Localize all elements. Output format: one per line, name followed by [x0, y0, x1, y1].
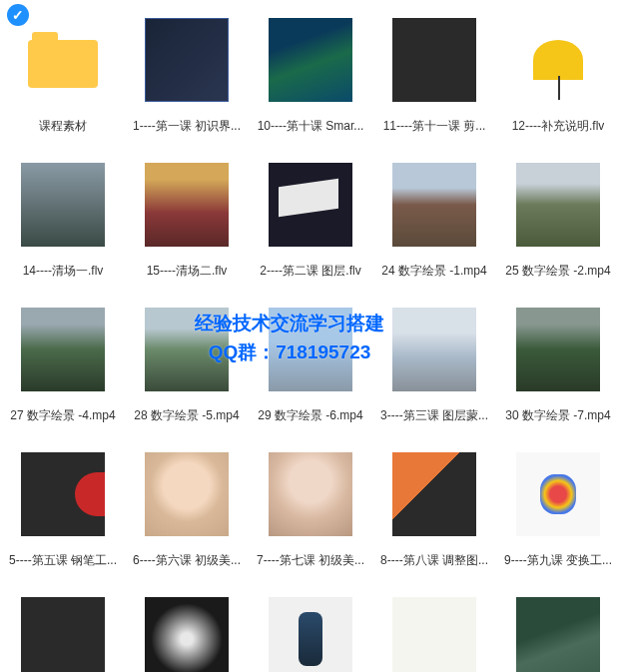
file-item[interactable]: 5----第五课 钢笔工... — [8, 444, 118, 569]
folder-icon — [28, 32, 98, 88]
video-thumbnail — [145, 597, 229, 672]
thumbnail — [261, 155, 360, 255]
file-item[interactable]: 课时18 调整边缘... — [132, 589, 242, 672]
file-item[interactable]: 10----第十课 Smar... — [256, 10, 365, 135]
video-thumbnail — [21, 597, 105, 672]
file-label: 30 数字绘景 -7.mp4 — [505, 407, 610, 424]
file-item[interactable]: 11----第十一课 剪... — [379, 10, 489, 135]
file-item[interactable]: 8----第八课 调整图... — [379, 444, 489, 569]
file-item[interactable]: 课时19我们爱机械... — [256, 589, 365, 672]
video-thumbnail — [145, 163, 229, 247]
video-thumbnail — [392, 18, 476, 102]
thumbnail — [508, 444, 608, 544]
file-label: 28 数字绘景 -5.mp4 — [134, 407, 239, 424]
video-thumbnail — [21, 163, 105, 247]
thumbnail — [137, 300, 237, 399]
file-item[interactable]: 14----清场一.flv — [8, 155, 118, 280]
video-thumbnail — [392, 597, 476, 672]
file-label: 29 数字绘景 -6.mp4 — [258, 407, 362, 424]
file-item[interactable]: 12----补充说明.flv — [503, 10, 613, 135]
thumbnail — [261, 300, 360, 399]
file-label: 10----第十课 Smar... — [258, 118, 364, 135]
file-label: 14----清场一.flv — [23, 263, 104, 280]
file-item[interactable]: 2----第二课 图层.flv — [256, 155, 365, 280]
thumbnail — [13, 444, 113, 544]
video-thumbnail — [269, 163, 352, 247]
thumbnail — [13, 589, 113, 672]
thumbnail — [384, 155, 484, 255]
video-thumbnail — [516, 597, 600, 672]
file-label: 课程素材 — [39, 118, 87, 135]
thumbnail — [261, 444, 360, 544]
file-item[interactable]: 6----第六课 初级美... — [132, 444, 242, 569]
thumbnail — [384, 589, 484, 672]
file-label: 9----第九课 变换工... — [504, 552, 612, 569]
video-thumbnail — [516, 452, 600, 536]
selected-check-icon: ✓ — [7, 4, 29, 26]
file-label: 7----第七课 初级美... — [257, 552, 364, 569]
video-thumbnail — [392, 308, 476, 391]
file-item[interactable]: 课时21 Matte Pai... — [503, 589, 613, 672]
file-label: 1----第一课 初识界... — [133, 118, 241, 135]
video-thumbnail — [516, 18, 600, 102]
file-label: 3----第三课 图层蒙... — [380, 407, 488, 424]
file-item[interactable]: 课时17 形状工具... — [8, 589, 118, 672]
file-label: 25 数字绘景 -2.mp4 — [505, 263, 610, 280]
file-label: 24 数字绘景 -1.mp4 — [381, 263, 486, 280]
video-thumbnail — [516, 308, 600, 391]
thumbnail — [384, 444, 484, 544]
file-item[interactable]: 3----第三课 图层蒙... — [379, 300, 489, 424]
video-thumbnail — [145, 18, 229, 102]
file-item[interactable]: 15----清场二.flv — [132, 155, 242, 280]
file-item[interactable]: 课时20 Matte Pai... — [379, 589, 489, 672]
folder-item[interactable]: ✓课程素材 — [8, 10, 118, 135]
file-label: 11----第十一课 剪... — [383, 118, 486, 135]
video-thumbnail — [269, 452, 352, 536]
thumbnail — [261, 10, 360, 110]
thumbnail — [137, 444, 237, 544]
thumbnail — [13, 300, 113, 399]
thumbnail — [508, 10, 608, 110]
video-thumbnail — [269, 18, 352, 102]
thumbnail — [384, 300, 484, 399]
thumbnail — [508, 589, 608, 672]
video-thumbnail — [516, 163, 600, 247]
thumbnail — [508, 155, 608, 255]
file-item[interactable]: 30 数字绘景 -7.mp4 — [503, 300, 613, 424]
thumbnail — [137, 10, 237, 110]
file-label: 6----第六课 初级美... — [133, 552, 241, 569]
file-label: 2----第二课 图层.flv — [260, 263, 360, 280]
file-grid: ✓课程素材1----第一课 初识界...10----第十课 Smar...11-… — [0, 0, 621, 672]
file-item[interactable]: 24 数字绘景 -1.mp4 — [379, 155, 489, 280]
video-thumbnail — [21, 308, 105, 391]
thumbnail — [261, 589, 360, 672]
file-item[interactable]: 1----第一课 初识界... — [132, 10, 242, 135]
video-thumbnail — [392, 163, 476, 247]
thumbnail — [508, 300, 608, 399]
file-item[interactable]: 25 数字绘景 -2.mp4 — [503, 155, 613, 280]
file-item[interactable]: 29 数字绘景 -6.mp4 — [256, 300, 365, 424]
thumbnail — [137, 589, 237, 672]
file-label: 5----第五课 钢笔工... — [9, 552, 117, 569]
video-thumbnail — [269, 597, 352, 672]
thumbnail: ✓ — [13, 10, 113, 110]
file-item[interactable]: 28 数字绘景 -5.mp4 — [132, 300, 242, 424]
thumbnail — [384, 10, 484, 110]
thumbnail — [13, 155, 113, 255]
video-thumbnail — [145, 308, 229, 391]
file-item[interactable]: 9----第九课 变换工... — [503, 444, 613, 569]
file-label: 8----第八课 调整图... — [380, 552, 488, 569]
file-label: 12----补充说明.flv — [512, 118, 605, 135]
file-item[interactable]: 7----第七课 初级美... — [256, 444, 365, 569]
video-thumbnail — [392, 452, 476, 536]
file-label: 15----清场二.flv — [147, 263, 228, 280]
video-thumbnail — [21, 452, 105, 536]
file-label: 27 数字绘景 -4.mp4 — [10, 407, 115, 424]
file-item[interactable]: 27 数字绘景 -4.mp4 — [8, 300, 118, 424]
video-thumbnail — [145, 452, 229, 536]
thumbnail — [137, 155, 237, 255]
video-thumbnail — [269, 308, 352, 391]
